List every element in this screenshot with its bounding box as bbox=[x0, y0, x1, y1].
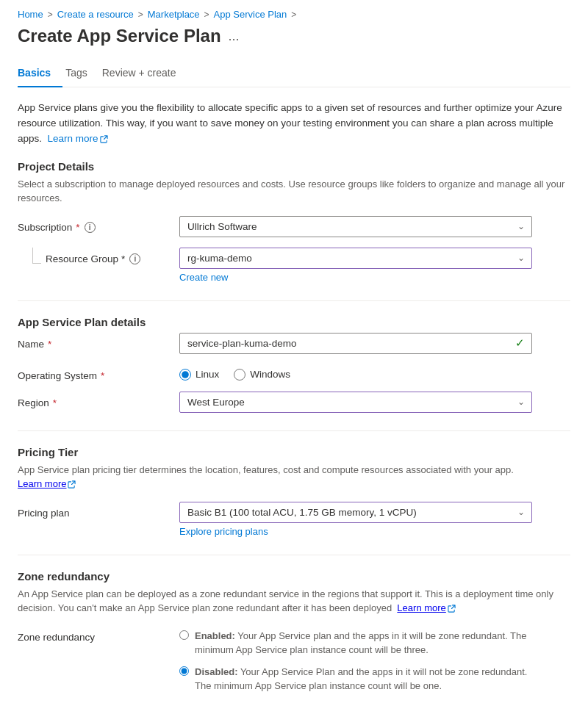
os-windows-text: Windows bbox=[250, 369, 290, 380]
external-link-icon bbox=[100, 135, 108, 143]
rg-control: rg-kuma-demo ⌄ Create new bbox=[179, 248, 532, 283]
resource-group-row: Resource Group * i rg-kuma-demo ⌄ Create… bbox=[18, 248, 570, 283]
tabs: Basics Tags Review + create bbox=[18, 61, 570, 87]
name-required: * bbox=[48, 339, 51, 350]
zone-enabled-text: Enabled: Your App Service plan and the a… bbox=[195, 629, 532, 657]
os-control: Linux Windows bbox=[179, 364, 532, 381]
breadcrumb-sep-3: > bbox=[204, 10, 209, 20]
name-control: ✓ bbox=[179, 333, 532, 354]
subscription-info-icon[interactable]: i bbox=[85, 222, 96, 233]
pricing-tier-desc: App Service plan pricing tier determines… bbox=[18, 463, 570, 491]
zone-title: Zone redundancy bbox=[18, 570, 570, 583]
region-control: West Europe ⌄ bbox=[179, 392, 532, 413]
subscription-select[interactable]: Ullrich Software bbox=[179, 216, 532, 237]
region-row: Region * West Europe ⌄ bbox=[18, 392, 570, 413]
pricing-tier-section: Pricing Tier App Service plan pricing ti… bbox=[18, 446, 570, 537]
page-title-menu[interactable]: ... bbox=[229, 29, 240, 44]
zone-external-link-icon bbox=[448, 605, 456, 613]
breadcrumb-home[interactable]: Home bbox=[18, 9, 43, 20]
pricing-learn-more-link[interactable]: Learn more bbox=[18, 478, 66, 489]
zone-desc: An App Service plan can be deployed as a… bbox=[18, 587, 570, 616]
tab-tags[interactable]: Tags bbox=[62, 61, 99, 87]
subscription-required: * bbox=[76, 222, 79, 233]
os-windows-radio[interactable] bbox=[234, 369, 245, 381]
os-label: Operating System * bbox=[18, 364, 179, 381]
intro-description: App Service plans give you the flexibili… bbox=[18, 101, 570, 147]
pricing-plan-select[interactable]: Basic B1 (100 total ACU, 1.75 GB memory,… bbox=[179, 502, 532, 523]
os-linux-text: Linux bbox=[196, 369, 219, 380]
rg-indent-line bbox=[32, 248, 41, 264]
zone-disabled-option: Disabled: Your App Service Plan and the … bbox=[179, 665, 532, 693]
name-check-icon: ✓ bbox=[515, 336, 525, 350]
region-required: * bbox=[53, 397, 57, 408]
pricing-plan-row: Pricing plan Basic B1 (100 total ACU, 1.… bbox=[18, 502, 570, 537]
pricing-plan-label: Pricing plan bbox=[18, 502, 179, 519]
pricing-external-link-icon bbox=[68, 480, 76, 489]
zone-disabled-radio[interactable] bbox=[179, 666, 189, 676]
divider-1 bbox=[18, 300, 570, 301]
project-details-section: Project Details Select a subscription to… bbox=[18, 160, 570, 283]
divider-3 bbox=[18, 555, 570, 555]
subscription-select-wrapper: Ullrich Software ⌄ bbox=[179, 216, 532, 237]
region-label: Region * bbox=[18, 392, 179, 408]
zone-enabled-option: Enabled: Your App Service plan and the a… bbox=[179, 629, 532, 657]
intro-learn-more-link[interactable]: Learn more bbox=[48, 133, 98, 144]
zone-redundancy-section: Zone redundancy An App Service plan can … bbox=[18, 570, 570, 693]
breadcrumb-marketplace[interactable]: Marketplace bbox=[148, 9, 200, 20]
zone-learn-more-link[interactable]: Learn more bbox=[397, 602, 445, 613]
os-windows-label[interactable]: Windows bbox=[234, 369, 290, 381]
subscription-label: Subscription * i bbox=[18, 216, 179, 233]
breadcrumb-sep-4: > bbox=[291, 10, 296, 20]
subscription-control: Ullrich Software ⌄ bbox=[179, 216, 532, 237]
os-required: * bbox=[101, 370, 104, 381]
pricing-tier-title: Pricing Tier bbox=[18, 446, 570, 458]
region-select-wrapper: West Europe ⌄ bbox=[179, 392, 532, 413]
project-details-title: Project Details bbox=[18, 160, 570, 173]
os-linux-radio[interactable] bbox=[179, 369, 191, 381]
breadcrumb-app-service-plan[interactable]: App Service Plan bbox=[214, 9, 287, 20]
zone-redundancy-label: Zone redundancy bbox=[18, 626, 179, 643]
rg-select-wrapper: rg-kuma-demo ⌄ bbox=[179, 248, 532, 269]
os-linux-label[interactable]: Linux bbox=[179, 369, 219, 381]
rg-required: * bbox=[121, 253, 125, 264]
os-radio-group: Linux Windows bbox=[179, 364, 532, 381]
breadcrumb: Home > Create a resource > Marketplace >… bbox=[18, 0, 570, 26]
zone-radio-group: Enabled: Your App Service plan and the a… bbox=[179, 626, 532, 693]
tab-basics[interactable]: Basics bbox=[18, 61, 62, 87]
zone-enabled-radio[interactable] bbox=[179, 630, 189, 640]
divider-2 bbox=[18, 430, 570, 431]
plan-details-section: App Service Plan details Name * ✓ Operat… bbox=[18, 316, 570, 413]
name-input[interactable] bbox=[179, 333, 532, 354]
zone-redundancy-control: Enabled: Your App Service plan and the a… bbox=[179, 626, 532, 693]
page-title: Create App Service Plan bbox=[18, 26, 221, 46]
rg-select[interactable]: rg-kuma-demo bbox=[179, 248, 532, 269]
page-title-row: Create App Service Plan ... bbox=[18, 26, 570, 46]
rg-create-new-link[interactable]: Create new bbox=[179, 272, 228, 283]
zone-redundancy-row: Zone redundancy Enabled: Your App Servic… bbox=[18, 626, 570, 693]
rg-info-icon[interactable]: i bbox=[129, 253, 140, 264]
explore-pricing-link[interactable]: Explore pricing plans bbox=[179, 526, 268, 537]
subscription-row: Subscription * i Ullrich Software ⌄ bbox=[18, 216, 570, 237]
os-row: Operating System * Linux Windows bbox=[18, 364, 570, 381]
region-select[interactable]: West Europe bbox=[179, 392, 532, 413]
name-label: Name * bbox=[18, 333, 179, 350]
pricing-select-wrapper: Basic B1 (100 total ACU, 1.75 GB memory,… bbox=[179, 502, 532, 523]
rg-indent: Resource Group * i bbox=[18, 248, 179, 264]
zone-disabled-text: Disabled: Your App Service Plan and the … bbox=[195, 665, 532, 693]
project-details-desc: Select a subscription to manage deployed… bbox=[18, 177, 570, 206]
breadcrumb-sep-1: > bbox=[48, 10, 53, 20]
pricing-plan-control: Basic B1 (100 total ACU, 1.75 GB memory,… bbox=[179, 502, 532, 537]
resource-group-label: Resource Group * i bbox=[46, 248, 140, 264]
breadcrumb-create-resource[interactable]: Create a resource bbox=[57, 9, 134, 20]
name-input-wrapper: ✓ bbox=[179, 333, 532, 354]
plan-details-title: App Service Plan details bbox=[18, 316, 570, 328]
breadcrumb-sep-2: > bbox=[138, 10, 143, 20]
name-row: Name * ✓ bbox=[18, 333, 570, 354]
tab-review-create[interactable]: Review + create bbox=[99, 61, 188, 87]
